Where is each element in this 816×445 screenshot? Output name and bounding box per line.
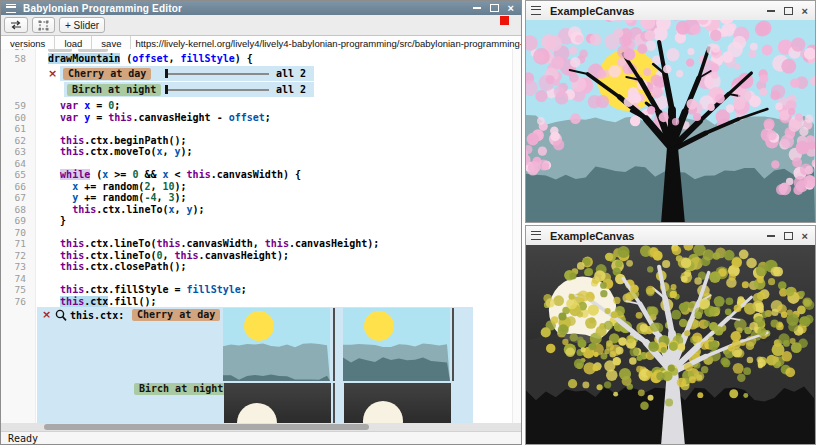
code-area[interactable]: 57 58 drawMountain (offset, fillStyle) {… [1,49,513,423]
line-number: 75 [1,284,36,296]
example-slider-birch[interactable] [165,85,269,94]
line-number: 65 [1,169,36,181]
code-line: 63 this.ctx.moveTo(x, y); [1,146,513,158]
window-controls: × [473,3,521,13]
code-line: 60 var y = this.canvasHeight - offset; [1,112,513,124]
canvas-preview-day-1 [223,308,330,381]
example-label-cherry[interactable]: Cherry at day [63,68,151,80]
example-canvas-window-night: ExampleCanvas × [525,225,816,445]
line-number: 74 [1,273,36,285]
window-controls: × [767,231,815,241]
maximize-icon[interactable] [490,4,499,12]
line-number: 68 [1,204,36,216]
red-indicator [500,16,509,25]
example-slider-cherry[interactable] [165,69,269,78]
status-bar: Ready [1,431,521,444]
canvas-preview-day-2 [343,308,450,381]
magnifier-icon [55,309,67,322]
close-icon[interactable]: × [802,6,808,16]
add-slider-button[interactable]: + Slider [59,17,105,33]
editor-titlebar[interactable]: Babylonian Programming Editor × [1,1,521,15]
code-line: 68 this.ctx.lineTo(x, y); [1,204,513,216]
canvas-preview-night-1 [224,383,331,423]
slider-track [168,89,269,91]
canvas-titlebar[interactable]: ExampleCanvas × [526,226,815,246]
code-editor[interactable]: 57 58 drawMountain (offset, fillStyle) {… [1,49,521,423]
line-number: 71 [1,238,36,250]
code-line: 76 this.ctx.fill(); [1,296,513,308]
line-number: 64 [1,158,36,170]
minimize-icon[interactable] [767,10,775,12]
selection-bounds-button[interactable] [32,17,55,33]
example-row-birch: Birch at night all 2 [64,82,314,97]
canvas-preview-night-2 [344,383,451,423]
desktop: Babylonian Programming Editor × [0,0,816,445]
line-number: 76 [1,296,36,308]
save-button[interactable]: save [92,36,131,50]
maximize-icon[interactable] [784,232,793,240]
line-number: 72 [1,250,36,262]
close-icon[interactable]: × [802,231,808,241]
slider-value: all 2 [276,66,306,81]
code-line: 69 } [1,215,513,227]
probe-expression: this.ctx: [70,309,124,322]
line-number: 70 [1,227,36,239]
code-line: 71 this.ctx.lineTo(this.canvasWidth, thi… [1,238,513,250]
canvas-titlebar[interactable]: ExampleCanvas × [526,1,815,21]
swap-arrows-icon [10,20,22,30]
code-line: 62 this.ctx.beginPath(); [1,135,513,147]
preview-separator [333,383,335,423]
horizontal-scrollbar-thumb[interactable] [44,424,369,430]
canvas-day [526,20,815,222]
probe-widget: × this.ctx: Cherry at day Birc [37,307,473,423]
line-number: 58 [1,53,36,65]
close-icon[interactable]: × [508,3,514,13]
canvas-night [526,245,815,444]
code-line: 75 this.ctx.fillStyle = fillStyle; [1,284,513,296]
code-line: 74 [1,273,513,285]
example-canvas-window-day: ExampleCanvas × [525,0,816,223]
vertical-scrollbar[interactable] [512,49,521,423]
probe-label-cherry: Cherry at day [132,309,220,321]
horizontal-scrollbar[interactable] [1,423,521,431]
code-line: 58 drawMountain (offset, fillStyle) { [1,53,513,65]
maximize-icon[interactable] [784,7,793,15]
probe-label-birch: Birch at night [134,383,228,395]
migrate-examples-button[interactable] [4,17,28,33]
line-number: 67 [1,192,36,204]
window-menu-icon[interactable] [531,6,541,15]
line-number: 62 [1,135,36,147]
line-number: 66 [1,181,36,193]
minimize-icon[interactable] [473,7,481,9]
window-menu-icon[interactable] [6,4,16,13]
canvas-window-title: ExampleCanvas [550,230,634,242]
versions-button[interactable]: versions [1,36,55,50]
delete-examples-icon[interactable]: × [48,68,57,79]
code-line: 70 [1,227,513,239]
code-lines-main: 59 var x = 0;60 var y = this.canvasHeigh… [1,100,513,307]
editor-window-title: Babylonian Programming Editor [23,3,182,14]
window-menu-icon[interactable] [531,231,541,240]
example-row-cherry: Cherry at day all 2 [60,66,314,81]
editor-window: Babylonian Programming Editor × [0,0,522,445]
code-line: 64 [1,158,513,170]
example-annotation-widget: × Cherry at day all 2 Birch at night [1,66,513,98]
url-field[interactable]: https://lively-kernel.org/lively4/lively… [131,36,521,50]
load-button[interactable]: load [55,36,92,50]
code-line: 67 y += random(-4, 3); [1,192,513,204]
delete-probe-icon[interactable]: × [42,309,51,320]
code-line: 73 this.ctx.closePath(); [1,261,513,273]
line-number: 59 [1,100,36,112]
slider-track [168,73,269,75]
line-number: 73 [1,261,36,273]
example-label-birch[interactable]: Birch at night [67,84,161,96]
editor-toolbar: + Slider [1,15,521,36]
minimize-icon[interactable] [767,235,775,237]
window-controls: × [767,6,815,16]
code-line: 59 var x = 0; [1,100,513,112]
code-line: 65 while (x >= 0 && x < this.canvasWidth… [1,169,513,181]
line-number: 69 [1,215,36,227]
code-line: 72 this.ctx.lineTo(0, this.canvasHeight)… [1,250,513,262]
slider-value: all 2 [276,82,306,97]
code-line: 66 x += random(2, 10); [1,181,513,193]
